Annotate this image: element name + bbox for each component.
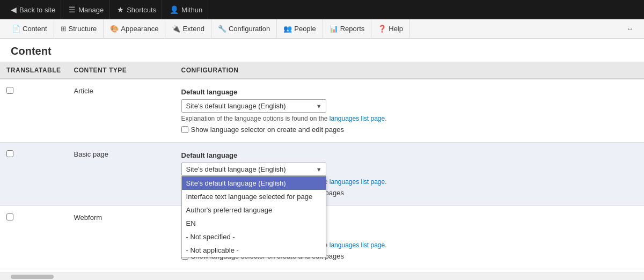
languages-list-link[interactable]: languages list page	[330, 241, 385, 249]
structure-icon: ⊞	[61, 25, 67, 33]
reports-icon: 📊	[330, 25, 338, 33]
language-select[interactable]: Site's default language (English)	[181, 163, 326, 176]
nav-content[interactable]: 📄 Content	[5, 19, 54, 39]
nav-appearance-label: Appearance	[121, 25, 158, 33]
manage-label: Manage	[78, 6, 104, 14]
content-type-cell: Basic page	[68, 143, 175, 206]
config-cell: Default languageSite's default language …	[175, 143, 644, 206]
user-label: Mithun	[181, 6, 202, 14]
shortcuts-button[interactable]: ★ Shortcuts	[112, 0, 162, 19]
content-type-cell: Article	[68, 79, 175, 143]
nav-help-label: Help	[389, 25, 403, 33]
nav-reports[interactable]: 📊 Reports	[323, 19, 372, 39]
nav-help[interactable]: ❓ Help	[371, 19, 410, 39]
help-icon: ❓	[378, 25, 386, 33]
nav-end-toggle[interactable]: ↔	[621, 25, 639, 33]
dropdown-option[interactable]: Interface text language selected for pag…	[182, 190, 326, 203]
admin-bar: ◀ Back to site ☰ Manage ★ Shortcuts 👤 Mi…	[0, 0, 644, 19]
nav-reports-label: Reports	[340, 25, 365, 33]
col-translatable: TRANSLATABLE	[0, 62, 68, 79]
nav-structure-label: Structure	[69, 25, 97, 33]
page-title-bar: Content	[0, 39, 644, 62]
language-select[interactable]: Site's default language (English)	[181, 99, 326, 113]
nav-content-label: Content	[23, 25, 47, 33]
dropdown-option[interactable]: Author's preferred language	[182, 203, 326, 217]
table-row: Basic pageDefault languageSite's default…	[0, 143, 644, 206]
user-icon: 👤	[170, 5, 179, 14]
back-to-site-label: Back to site	[19, 6, 55, 14]
user-button[interactable]: 👤 Mithun	[164, 0, 208, 19]
table-row: ArticleDefault languageSite's default la…	[0, 79, 644, 143]
page-title: Content	[11, 45, 633, 57]
nav-configuration[interactable]: 🔧 Configuration	[211, 19, 277, 39]
nav-structure[interactable]: ⊞ Structure	[54, 19, 104, 39]
back-to-site-button[interactable]: ◀ Back to site	[5, 0, 61, 19]
star-icon: ★	[117, 5, 124, 14]
nav-people[interactable]: 👥 People	[277, 19, 323, 39]
dropdown-option[interactable]: Site's default language (English)	[182, 176, 326, 190]
translatable-cell	[0, 79, 68, 143]
config-cell: Default languageSite's default language …	[175, 79, 644, 143]
extend-icon: 🔌	[172, 25, 180, 33]
nav-extend[interactable]: 🔌 Extend	[165, 19, 211, 39]
translatable-checkbox[interactable]	[6, 87, 13, 94]
show-language-selector-option: Show language selector on create and edi…	[181, 126, 638, 134]
show-language-selector-checkbox[interactable]	[181, 126, 188, 133]
configuration-icon: 🔧	[218, 25, 226, 33]
content-table: TRANSLATABLE CONTENT TYPE CONFIGURATION …	[0, 62, 644, 269]
translatable-cell	[0, 206, 68, 269]
col-content-type: CONTENT TYPE	[68, 62, 175, 79]
nav-appearance[interactable]: 🎨 Appearance	[104, 19, 165, 39]
back-icon: ◀	[11, 5, 17, 14]
dropdown-container: Site's default language (English)▼Site's…	[181, 163, 326, 176]
translatable-checkbox[interactable]	[6, 213, 13, 220]
dropdown-option[interactable]: - Not applicable -	[182, 244, 326, 257]
default-language-label: Default language	[181, 151, 638, 159]
table-header: TRANSLATABLE CONTENT TYPE CONFIGURATION	[0, 62, 644, 79]
people-icon: 👥	[283, 25, 292, 33]
translatable-checkbox[interactable]	[6, 150, 13, 157]
nav-extend-label: Extend	[182, 25, 204, 33]
dropdown-container: Site's default language (English)▼	[181, 99, 326, 113]
shortcuts-label: Shortcuts	[127, 6, 156, 14]
content-icon: 📄	[12, 25, 20, 33]
translatable-cell	[0, 143, 68, 206]
col-configuration: CONFIGURATION	[175, 62, 644, 79]
dropdown-option[interactable]: - Not specified -	[182, 230, 326, 244]
dropdown-option[interactable]: EN	[182, 217, 326, 230]
manage-button[interactable]: ☰ Manage	[63, 0, 109, 19]
appearance-icon: 🎨	[110, 25, 119, 33]
nav-people-label: People	[294, 25, 316, 33]
explanation-text: Explanation of the language options is f…	[181, 115, 638, 122]
manage-icon: ☰	[69, 5, 76, 14]
show-language-selector-label: Show language selector on create and edi…	[191, 126, 344, 134]
languages-list-link[interactable]: languages list page	[330, 178, 385, 186]
secondary-nav: 📄 Content ⊞ Structure 🎨 Appearance 🔌 Ext…	[0, 19, 644, 39]
language-dropdown-menu: Site's default language (English)Interfa…	[181, 176, 326, 257]
content-type-cell: Webform	[68, 206, 175, 269]
default-language-label: Default language	[181, 88, 638, 96]
nav-configuration-label: Configuration	[229, 25, 270, 33]
languages-list-link[interactable]: languages list page	[330, 115, 385, 122]
